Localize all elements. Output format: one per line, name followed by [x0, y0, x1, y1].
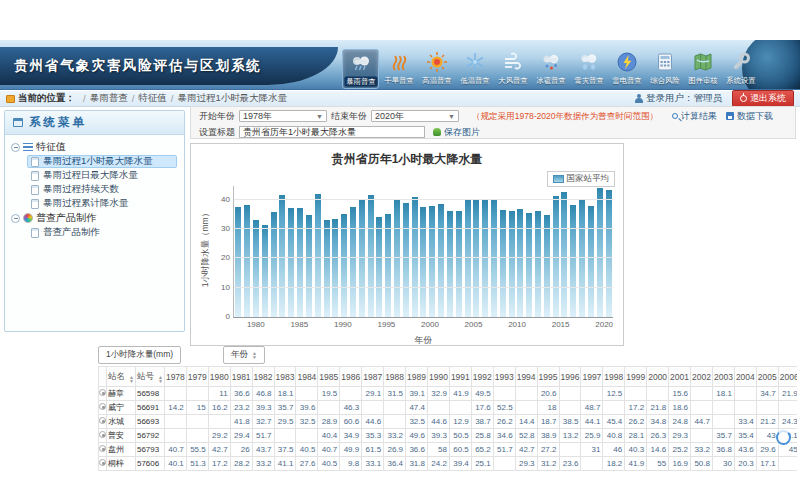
year-column-header[interactable]: 1994 — [515, 367, 537, 387]
year-column-header[interactable]: 2005 — [756, 367, 778, 387]
sidebar-item[interactable]: 暴雨过程1小时最大降水量 — [27, 155, 177, 168]
table-row[interactable]: 盘州5679340.755.542.72643.737.540.540.749.… — [99, 443, 798, 457]
bar-slot — [357, 186, 366, 317]
value-cell: 35.4 — [734, 429, 756, 443]
year-column-header[interactable]: 1990 — [427, 367, 449, 387]
table-row[interactable]: 威宁5669114.21516.223.239.335.739.646.347.… — [99, 401, 798, 415]
nav-item-hail[interactable]: 冰雹普查 — [532, 49, 569, 89]
table-row[interactable]: 赫章565981136.646.818.119.529.131.539.132.… — [99, 387, 798, 401]
sidebar-item[interactable]: 暴雨过程累计降水量 — [27, 197, 177, 210]
value-cell: 14.6 — [647, 443, 669, 457]
save-image-button[interactable]: 保存图片 — [444, 126, 480, 139]
row-expand-cell[interactable] — [99, 401, 107, 415]
value-cell: 17.6 — [471, 401, 493, 415]
year-column-header[interactable]: 1983 — [274, 367, 296, 387]
sidebar-item-label: 暴雨过程日最大降水量 — [43, 169, 138, 182]
year-column-header[interactable]: 1997 — [581, 367, 603, 387]
value-cell: 36.8 — [712, 443, 734, 457]
year-column-header[interactable]: 1982 — [252, 367, 274, 387]
chart-bar — [588, 206, 594, 317]
breadcrumb-item[interactable]: 暴雨普查 — [90, 92, 128, 105]
table-row[interactable]: 普安5679229.229.451.740.434.935.333.249.63… — [99, 429, 798, 443]
value-cell: 37.5 — [274, 443, 296, 457]
year-column-header[interactable]: 1992 — [471, 367, 493, 387]
year-column-header[interactable]: 1978 — [164, 367, 186, 387]
table-row[interactable]: 桐梓5760640.151.317.228.233.241.127.640.59… — [99, 457, 798, 471]
sidebar-group-wheel[interactable]: 普查产品制作 — [11, 211, 184, 225]
breadcrumb-item[interactable]: 暴雨过程1小时最大降水量 — [177, 92, 287, 105]
row-expand-cell[interactable] — [99, 457, 107, 471]
expand-row-icon[interactable] — [99, 445, 106, 452]
nav-item-heat[interactable]: 高温普查 — [418, 49, 455, 89]
year-column-header[interactable]: 1995 — [537, 367, 559, 387]
sort-icons[interactable]: ▲▼ — [129, 375, 134, 383]
value-cell — [208, 415, 230, 429]
nav-item-composite[interactable]: 综合风险 — [646, 49, 683, 89]
start-year-select[interactable]: 1978年▼ — [239, 110, 327, 122]
year-column-header[interactable]: 1981 — [230, 367, 252, 387]
nav-item-map-audit[interactable]: 图件审核 — [684, 49, 721, 89]
expand-row-icon[interactable] — [99, 389, 106, 396]
row-expand-cell[interactable] — [99, 443, 107, 457]
logout-button[interactable]: 退出系统 — [732, 90, 794, 107]
year-column-header[interactable]: 1989 — [406, 367, 428, 387]
sidebar-item[interactable]: 普查产品制作 — [27, 226, 177, 239]
year-column-header[interactable]: 1988 — [384, 367, 406, 387]
year-column-header[interactable]: 2004 — [734, 367, 756, 387]
download-button[interactable]: 数据下载 — [726, 110, 773, 123]
year-column-header[interactable]: 1987 — [362, 367, 384, 387]
year-column-header[interactable]: 2003 — [712, 367, 734, 387]
sort-icons[interactable]: ▲▼ — [158, 375, 163, 383]
year-column-header[interactable]: 1979 — [186, 367, 208, 387]
chart-bar — [447, 211, 453, 317]
nav-item-drought[interactable]: 干旱普查 — [380, 49, 417, 89]
value-cell — [691, 387, 713, 401]
nav-item-label: 高温普查 — [422, 75, 451, 85]
expand-row-icon[interactable] — [99, 431, 106, 438]
document-icon — [31, 228, 39, 238]
year-column-header[interactable]: 1985 — [318, 367, 340, 387]
end-year-select[interactable]: 2020年▼ — [371, 110, 459, 122]
nav-item-wind[interactable]: 大风普查 — [494, 49, 531, 89]
year-column-header[interactable]: 2001 — [669, 367, 691, 387]
collapse-toggle-icon[interactable] — [11, 214, 20, 223]
chart-title-input[interactable] — [239, 126, 425, 138]
sidebar-item[interactable]: 暴雨过程持续天数 — [27, 183, 177, 196]
nav-item-rain[interactable]: 暴雨普查 — [342, 49, 379, 89]
year-column-header[interactable]: 2006 — [778, 367, 797, 387]
year-column-header[interactable]: 1980 — [208, 367, 230, 387]
expand-row-icon[interactable] — [99, 417, 106, 424]
year-column-header[interactable]: 1986 — [340, 367, 362, 387]
calculate-button[interactable]: 计算结果 — [672, 110, 717, 123]
nav-item-snow[interactable]: 雪灾普查 — [570, 49, 607, 89]
table-row[interactable]: 水城5669341.832.729.532.528.960.644.632.54… — [99, 415, 798, 429]
collapse-toggle-icon[interactable] — [11, 143, 20, 152]
chart-bar — [473, 200, 479, 317]
sidebar-item[interactable]: 暴雨过程日最大降水量 — [27, 169, 177, 182]
logged-in-user: 登录用户：管理员 — [646, 92, 722, 105]
year-column-header[interactable]: 1984 — [296, 367, 318, 387]
row-expand-cell[interactable] — [99, 429, 107, 443]
year-column-header[interactable]: 1998 — [603, 367, 625, 387]
sidebar-group-list[interactable]: 特征值 — [11, 140, 184, 154]
nav-item-cold[interactable]: 低温普查 — [456, 49, 493, 89]
station-id-column-header[interactable]: 站号▲▼ — [135, 367, 164, 387]
breadcrumb-item[interactable]: 特征值 — [138, 92, 167, 105]
expand-row-icon[interactable] — [99, 403, 106, 410]
year-column-header[interactable]: 1993 — [493, 367, 515, 387]
expand-row-icon[interactable] — [99, 459, 106, 466]
row-expand-cell[interactable] — [99, 387, 107, 401]
year-pivot-box[interactable]: 年份 ▲▼ — [223, 346, 265, 364]
year-column-header[interactable]: 1991 — [449, 367, 471, 387]
measure-pivot-box[interactable]: 1小时降水量(mm) — [98, 346, 181, 364]
station-name-column-header[interactable]: 站名▲▼ — [107, 367, 136, 387]
year-column-header[interactable]: 1999 — [625, 367, 647, 387]
year-column-header[interactable]: 2000 — [647, 367, 669, 387]
nav-item-settings[interactable]: 系统设置 — [722, 49, 759, 89]
year-column-header[interactable]: 2002 — [691, 367, 713, 387]
year-column-header[interactable]: 1996 — [559, 367, 581, 387]
chart-bar — [491, 200, 497, 317]
nav-item-lightning[interactable]: 雷电普查 — [608, 49, 645, 89]
row-expand-cell[interactable] — [99, 415, 107, 429]
sort-icons[interactable]: ▲▼ — [252, 351, 257, 359]
